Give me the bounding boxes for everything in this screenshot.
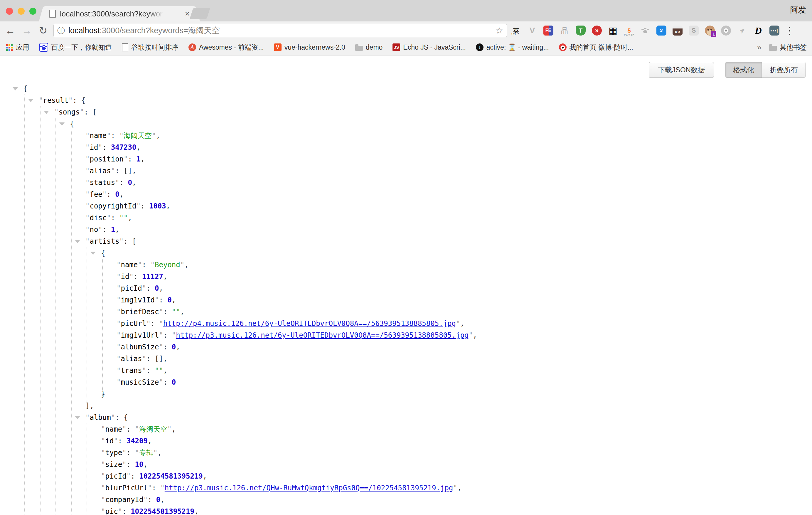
forward-icon: → [21, 26, 33, 35]
view-mode-segmented-control: 格式化 折叠所有 [725, 62, 806, 78]
gray-paw-icon[interactable] [640, 26, 650, 35]
gray-s-icon[interactable]: S [689, 26, 699, 35]
sitemap-icon[interactable]: 品 [559, 26, 570, 35]
json-viewer-controls: 下载JSON数据 格式化 折叠所有 [649, 62, 806, 78]
bookmark-item[interactable]: AAwesomes - 前端资... [188, 43, 264, 52]
html5-player-icon[interactable]: 5 [624, 26, 634, 35]
json-line: "id": 11127, [0, 271, 812, 282]
json-line: "copyrightId": 1003, [0, 200, 812, 212]
json-link[interactable]: http://p3.music.126.net/6y-UleORITEDbvrO… [176, 331, 468, 339]
bookmark-label: Awesomes - 前端资... [199, 43, 264, 52]
dark-d-icon[interactable]: D [753, 26, 763, 35]
weibo-gray-icon[interactable] [721, 26, 731, 35]
zoom-window-button[interactable] [29, 8, 36, 15]
b-folder-icon [355, 46, 363, 51]
bookmarks-overflow-icon[interactable]: » [757, 42, 761, 52]
close-window-button[interactable] [6, 8, 13, 15]
blue-chevron-icon[interactable]: » [657, 26, 666, 35]
reload-icon[interactable]: ↻ [37, 26, 49, 35]
collapse-all-button[interactable]: 折叠所有 [762, 62, 806, 78]
collapse-toggle-icon[interactable] [44, 111, 49, 114]
new-tab-button[interactable] [190, 8, 210, 19]
json-line: "musicSize": 0 [0, 376, 812, 388]
bookmarks-right: » 其他书签 [757, 42, 807, 52]
json-line: "alias": [], [0, 353, 812, 365]
mask-icon[interactable]: oo [672, 26, 683, 35]
translate-icon[interactable]: 英 [511, 26, 521, 35]
bookmarks-bar: 应用百度一下，你就知道谷歌按时间排序AAwesomes - 前端资...Vvue… [0, 40, 812, 56]
json-line: "name": "海阔天空", [0, 423, 812, 435]
json-line: "type": "专辑", [0, 447, 812, 459]
tab-close-icon[interactable]: × [185, 10, 190, 18]
bookmark-item[interactable]: 我的首页 微博-随时... [559, 43, 633, 52]
json-line: "pic": 102254581395219, [0, 506, 812, 514]
json-line: "picUrl": "http://p4.music.126.net/6y-Ul… [0, 318, 812, 330]
browser-tab[interactable]: localhost:3000/search?keywor × [45, 6, 194, 22]
url-host: localhost [68, 26, 100, 35]
json-line: "picId": 0, [0, 282, 812, 294]
json-line: "disc": "", [0, 212, 812, 224]
bookmark-item[interactable]: 应用 [5, 43, 29, 52]
bird-icon[interactable]: ➤ [737, 26, 747, 35]
b-apps-icon [5, 44, 13, 51]
other-bookmarks[interactable]: 其他书签 [769, 43, 807, 52]
b-page-icon [122, 43, 128, 51]
b-awesomes-icon: A [188, 44, 196, 51]
page-info-icon[interactable]: ⓘ [57, 27, 65, 34]
collapse-toggle-icon[interactable] [12, 87, 18, 90]
collapse-toggle-icon[interactable] [90, 252, 96, 255]
collapse-toggle-icon[interactable] [28, 99, 33, 102]
minimize-window-button[interactable] [18, 8, 25, 15]
bookmark-label: 百度一下，你就知道 [51, 43, 112, 52]
json-line: "id": 347230, [0, 142, 812, 153]
b-baidu-icon [39, 43, 48, 52]
dots-password-icon[interactable]: •••| [770, 26, 779, 35]
collapse-toggle-icon[interactable] [59, 122, 65, 126]
fe-helper-icon[interactable]: FE [543, 26, 553, 35]
json-line: "albumSize": 0, [0, 341, 812, 353]
bookmark-label: Echo JS - JavaScri... [403, 44, 466, 51]
url-text: localhost:3000/search?keywords=海阔天空 [68, 25, 492, 36]
json-line: "blurPicUrl": "http://p3.music.126.net/Q… [0, 482, 812, 494]
collapse-toggle-icon[interactable] [75, 416, 80, 419]
chrome-menu-icon[interactable]: ⋮ [785, 26, 795, 35]
json-line: "trans": "", [0, 365, 812, 376]
json-line: "no": 1, [0, 224, 812, 235]
vue-devtools-icon[interactable]: V [527, 26, 537, 35]
json-line: "status": 0, [0, 177, 812, 189]
json-line: "album": { [0, 412, 812, 423]
collapse-toggle-icon[interactable] [75, 240, 80, 243]
b-active-icon: ↓ [476, 44, 484, 51]
profile-name[interactable]: 阿发 [790, 5, 806, 15]
green-shield-icon[interactable]: T [576, 26, 586, 35]
page-content: 下载JSON数据 格式化 折叠所有 {"result": {"songs": [… [0, 56, 812, 514]
monkey-badge-icon[interactable] [705, 26, 715, 35]
json-link[interactable]: http://p3.music.126.net/QHw-RuMwfQkmgtiy… [165, 484, 453, 492]
url-rest: :3000/search?keywords=海阔天空 [100, 26, 220, 35]
back-icon[interactable]: ← [4, 26, 17, 35]
json-link[interactable]: http://p4.music.126.net/6y-UleORITEDbvrO… [163, 319, 456, 328]
bookmark-item[interactable]: ↓active: ⌛ - waiting... [476, 44, 549, 51]
bookmark-item[interactable]: demo [355, 44, 383, 51]
bookmark-item[interactable]: JSEcho JS - JavaScri... [393, 44, 466, 51]
json-line: "companyId": 0, [0, 494, 812, 506]
json-line: "size": 10, [0, 459, 812, 470]
bookmark-star-icon[interactable]: ☆ [495, 26, 503, 35]
json-line: "position": 1, [0, 153, 812, 165]
download-json-button[interactable]: 下载JSON数据 [649, 62, 714, 78]
address-bar[interactable]: ⓘ localhost:3000/search?keywords=海阔天空 ☆ [53, 24, 507, 37]
json-line: "briefDesc": "", [0, 306, 812, 318]
tab-title: localhost:3000/search?keywor [60, 9, 166, 19]
format-button[interactable]: 格式化 [725, 62, 762, 78]
json-line: { [0, 247, 812, 259]
red-forward-icon[interactable]: » [592, 26, 602, 35]
bookmark-item[interactable]: Vvue-hackernews-2.0 [274, 44, 345, 51]
bookmark-item[interactable]: 百度一下，你就知道 [39, 43, 112, 52]
bookmark-items: 应用百度一下，你就知道谷歌按时间排序AAwesomes - 前端资...Vvue… [5, 43, 633, 52]
qr-code-icon[interactable]: ▦ [608, 26, 618, 35]
bookmark-label: 谷歌按时间排序 [131, 43, 178, 52]
folder-icon [769, 46, 777, 51]
bookmark-label: 应用 [16, 43, 29, 52]
tab-favicon-page-icon [49, 10, 56, 18]
bookmark-item[interactable]: 谷歌按时间排序 [122, 43, 178, 52]
